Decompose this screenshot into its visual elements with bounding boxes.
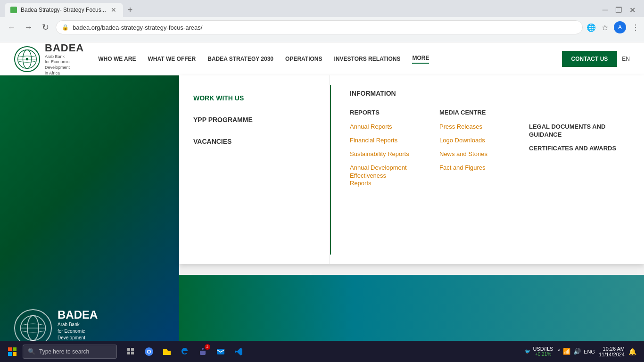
legal-column: - LEGAL DOCUMENTS AND GUIDANCE CERTIFICA… (529, 109, 625, 193)
financial-reports-link[interactable]: Financial Reports (350, 137, 421, 145)
information-title: INFORMATION (350, 90, 625, 97)
close-window-button[interactable]: ✕ (629, 6, 636, 15)
search-placeholder: Type here to search (39, 348, 89, 355)
security-icon: 🔒 (62, 24, 69, 31)
address-bar[interactable]: 🔒 badea.org/badea-strategy-strategy-focu… (56, 20, 583, 34)
outlook-taskbar-icon[interactable] (212, 343, 229, 360)
nav-investors-relations[interactable]: INVESTORS RELATIONS (334, 53, 401, 65)
profile-button[interactable]: A (614, 21, 626, 33)
bookmark-icon[interactable]: ☆ (602, 23, 608, 32)
browser-toolbar: ← → ↻ 🔒 badea.org/badea-strategy-strateg… (0, 17, 644, 38)
title-bar: Badea Strategy- Strategy Focus... ✕ + ─ … (0, 0, 644, 17)
annual-development-link[interactable]: Annual DevelopmentEffectivenessReports (350, 164, 421, 188)
expand-tray-icon[interactable]: ^ (558, 349, 560, 354)
task-view-button[interactable] (123, 343, 140, 360)
page-content: BADEA Arab Bankfor EconomicDevelopmentin… (0, 42, 644, 362)
nav-what-we-offer[interactable]: WHAT WE OFFER (148, 53, 196, 65)
window-controls: ─ ❐ ✕ (603, 6, 639, 15)
mega-menu-right: INFORMATION REPORTS Annual Reports Finan… (331, 75, 644, 264)
browser-chrome: Badea Strategy- Strategy Focus... ✕ + ─ … (0, 0, 644, 42)
logo-area[interactable]: BADEA Arab Bankfor EconomicDevelopmentin… (14, 42, 84, 76)
start-button[interactable] (4, 343, 21, 360)
tab-close-button[interactable]: ✕ (110, 6, 117, 14)
media-col-title: MEDIA CENTRE (439, 109, 510, 116)
svg-rect-16 (217, 349, 224, 354)
sustainability-reports-link[interactable]: Sustainability Reports (350, 150, 421, 158)
news-stories-link[interactable]: News and Stories (439, 150, 510, 158)
minimize-button[interactable]: ─ (603, 6, 608, 15)
sound-icon: 🔊 (573, 348, 581, 355)
clock: 10:26 AM 11/14/2024 (599, 346, 625, 357)
taskbar-search[interactable]: 🔍 Type here to search (23, 345, 117, 359)
svg-rect-9 (127, 348, 130, 351)
taskbar: 🔍 Type here to search (0, 341, 644, 362)
forward-button[interactable]: → (22, 23, 35, 33)
tab-favicon (10, 7, 17, 13)
annual-reports-link[interactable]: Annual Reports (350, 123, 421, 131)
translate-icon[interactable]: 🌐 (586, 23, 596, 32)
nav-more[interactable]: MORE (412, 55, 429, 64)
language-label: ENG (584, 349, 595, 354)
reports-col-title: REPORTS (350, 109, 421, 116)
nav-badea-strategy[interactable]: BADEA STRATEGY 2030 (207, 53, 273, 65)
svg-rect-6 (13, 347, 17, 351)
media-centre-column: MEDIA CENTRE Press Releases Logo Downloa… (439, 109, 510, 193)
logo-circle (14, 46, 40, 72)
network-icon: 📶 (563, 348, 570, 355)
notification-icon[interactable]: 🔔 (628, 348, 636, 355)
toolbar-icons: 🌐 ☆ A ⋮ (586, 21, 639, 33)
reload-button[interactable]: ↻ (39, 22, 52, 33)
nav-contact-button[interactable]: CONTACT US (562, 51, 618, 67)
svg-rect-7 (8, 352, 12, 356)
chrome-taskbar-icon[interactable] (140, 343, 157, 360)
fact-figures-link[interactable]: Fact and Figures (439, 164, 510, 172)
edge-taskbar-icon[interactable] (176, 343, 193, 360)
system-tray: 🐦 USD/ILS +0,21% ^ 📶 🔊 ENG (525, 346, 595, 357)
svg-point-15 (148, 350, 150, 353)
logo-text: BADEA Arab Bankfor EconomicDevelopmentin… (45, 42, 84, 76)
teams-notification-badge: 2 (205, 344, 210, 350)
ypp-programme-link[interactable]: YPP PROGRAMME (193, 116, 315, 123)
logo-name: BADEA (45, 42, 84, 54)
logo-subtitle: Arab Bankfor EconomicDevelopmentin Afric… (45, 54, 84, 76)
tab-title: Badea Strategy- Strategy Focus... (21, 7, 106, 13)
currency-info: USD/ILS +0,21% (533, 346, 553, 357)
svg-point-2 (26, 58, 28, 60)
nav-links: WHO WE ARE WHAT WE OFFER BADEA STRATEGY … (98, 53, 561, 65)
vscode-taskbar-icon[interactable] (230, 343, 247, 360)
work-with-us-title: WORK WITH US (193, 94, 315, 102)
explorer-taskbar-icon[interactable] (158, 343, 175, 360)
svg-rect-11 (127, 352, 130, 354)
mega-menu: WORK WITH US YPP PROGRAMME VACANCIES INF… (179, 75, 644, 264)
url-text: badea.org/badea-strategy-strategy-focus-… (73, 24, 202, 31)
nav-operations[interactable]: OPERATIONS (285, 53, 322, 65)
certificates-awards-link[interactable]: CERTIFICATES AND AWARDS (529, 145, 625, 153)
reports-column: REPORTS Annual Reports Financial Reports… (350, 109, 421, 193)
teams-taskbar-icon[interactable]: 2 (194, 343, 211, 360)
press-releases-link[interactable]: Press Releases (439, 123, 510, 131)
mega-menu-left: WORK WITH US YPP PROGRAMME VACANCIES (179, 75, 330, 264)
taskbar-app-icons: 2 (123, 343, 247, 360)
navbar: BADEA Arab Bankfor EconomicDevelopmentin… (0, 42, 644, 75)
more-options-icon[interactable]: ⋮ (632, 23, 639, 32)
vacancies-link[interactable]: VACANCIES (193, 138, 315, 145)
browser-tab[interactable]: Badea Strategy- Strategy Focus... ✕ (5, 3, 123, 17)
nav-language[interactable]: EN (622, 56, 630, 62)
back-button[interactable]: ← (5, 23, 18, 33)
svg-rect-5 (8, 347, 12, 351)
nav-who-we-are[interactable]: WHO WE ARE (98, 53, 136, 65)
logo-downloads-link[interactable]: Logo Downloads (439, 137, 510, 145)
new-tab-button[interactable]: + (125, 5, 136, 15)
mega-columns: REPORTS Annual Reports Financial Reports… (350, 109, 625, 193)
svg-rect-12 (131, 352, 134, 354)
hero-background: BADEA Arab Bankfor EconomicDevelopmentin… (0, 75, 179, 362)
legal-col-title: - (529, 109, 625, 116)
svg-rect-8 (13, 352, 17, 356)
legal-documents-link[interactable]: LEGAL DOCUMENTS AND GUIDANCE (529, 123, 625, 139)
restore-button[interactable]: ❐ (615, 6, 622, 15)
svg-rect-10 (131, 348, 134, 351)
taskbar-right: 🐦 USD/ILS +0,21% ^ 📶 🔊 ENG 10:26 AM 11/1… (525, 346, 640, 357)
watermark-logo-name: BADEA (58, 308, 98, 321)
